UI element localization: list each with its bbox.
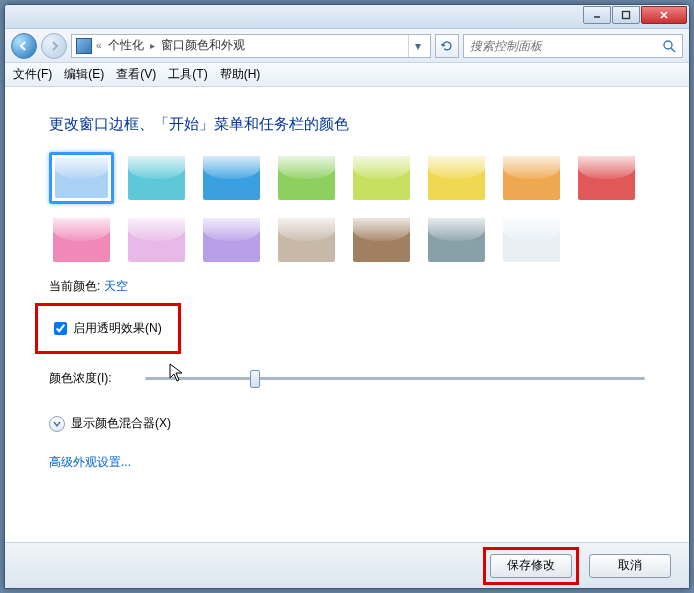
breadcrumb-seg-personalization[interactable]: 个性化 [102, 35, 150, 57]
titlebar [5, 5, 689, 29]
svg-line-3 [671, 48, 675, 52]
cancel-button[interactable]: 取消 [589, 554, 671, 578]
color-swatch-grid [49, 152, 645, 266]
close-button[interactable] [641, 6, 687, 24]
color-swatch[interactable] [124, 152, 189, 204]
color-swatch[interactable] [349, 152, 414, 204]
current-color-label: 当前颜色: [49, 279, 100, 293]
intensity-slider-thumb[interactable] [250, 370, 260, 388]
maximize-button[interactable] [612, 6, 640, 24]
search-box[interactable] [463, 34, 683, 58]
color-swatch[interactable] [124, 214, 189, 266]
color-swatch[interactable] [424, 214, 489, 266]
transparency-highlight: 启用透明效果(N) [35, 303, 181, 354]
menu-view[interactable]: 查看(V) [116, 66, 156, 83]
svg-point-2 [664, 41, 672, 49]
color-swatch[interactable] [499, 214, 564, 266]
search-input[interactable] [470, 39, 662, 53]
color-swatch[interactable] [424, 152, 489, 204]
breadcrumb[interactable]: « 个性化 ▸ 窗口颜色和外观 ▾ [71, 34, 431, 58]
enable-transparency-label: 启用透明效果(N) [73, 320, 162, 337]
page-title: 更改窗口边框、「开始」菜单和任务栏的颜色 [49, 115, 645, 134]
color-swatch[interactable] [499, 152, 564, 204]
breadcrumb-seg-window-color[interactable]: 窗口颜色和外观 [155, 35, 251, 57]
intensity-row: 颜色浓度(I): [49, 370, 645, 387]
navbar: « 个性化 ▸ 窗口颜色和外观 ▾ [5, 29, 689, 63]
search-icon [662, 39, 676, 53]
enable-transparency-checkbox[interactable] [54, 322, 67, 335]
minimize-button[interactable] [583, 6, 611, 24]
intensity-slider[interactable] [145, 377, 645, 380]
show-mixer-label: 显示颜色混合器(X) [71, 415, 171, 432]
advanced-appearance-link[interactable]: 高级外观设置... [49, 454, 645, 471]
color-swatch[interactable] [199, 152, 264, 204]
enable-transparency-row[interactable]: 启用透明效果(N) [54, 320, 162, 337]
color-swatch[interactable] [49, 214, 114, 266]
svg-rect-1 [623, 12, 630, 19]
content: 更改窗口边框、「开始」菜单和任务栏的颜色 当前颜色: 天空 启用透明效果(N) … [5, 87, 689, 542]
color-swatch[interactable] [574, 214, 639, 266]
menubar: 文件(F) 编辑(E) 查看(V) 工具(T) 帮助(H) [5, 63, 689, 87]
color-swatch[interactable] [274, 214, 339, 266]
breadcrumb-dropdown[interactable]: ▾ [408, 35, 426, 57]
forward-button[interactable] [41, 33, 67, 59]
current-color-row: 当前颜色: 天空 [49, 278, 645, 295]
intensity-label: 颜色浓度(I): [49, 370, 129, 387]
menu-edit[interactable]: 编辑(E) [64, 66, 104, 83]
back-button[interactable] [11, 33, 37, 59]
chevron-down-icon [49, 416, 65, 432]
refresh-button[interactable] [435, 34, 459, 58]
color-swatch[interactable] [199, 214, 264, 266]
color-swatch[interactable] [49, 152, 114, 204]
current-color-value: 天空 [104, 279, 128, 293]
show-mixer-row[interactable]: 显示颜色混合器(X) [49, 415, 645, 432]
save-button[interactable]: 保存修改 [490, 554, 572, 578]
menu-tools[interactable]: 工具(T) [168, 66, 207, 83]
color-swatch[interactable] [349, 214, 414, 266]
color-swatch[interactable] [574, 152, 639, 204]
color-swatch[interactable] [274, 152, 339, 204]
menu-help[interactable]: 帮助(H) [220, 66, 261, 83]
save-highlight: 保存修改 [483, 547, 579, 585]
control-panel-icon [76, 38, 92, 54]
menu-file[interactable]: 文件(F) [13, 66, 52, 83]
footer: 保存修改 取消 [5, 542, 689, 588]
window: « 个性化 ▸ 窗口颜色和外观 ▾ 文件(F) 编辑(E) 查看(V) 工具(T… [4, 4, 690, 589]
